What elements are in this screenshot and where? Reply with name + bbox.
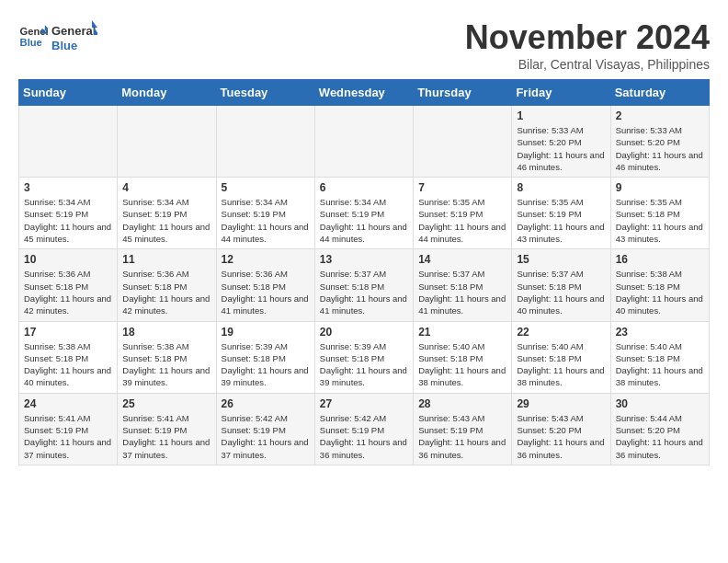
calendar-cell: 14Sunrise: 5:37 AMSunset: 5:18 PMDayligh… xyxy=(414,249,512,321)
calendar-week-row: 1Sunrise: 5:33 AMSunset: 5:20 PMDaylight… xyxy=(19,106,710,178)
day-number: 8 xyxy=(517,181,605,194)
calendar-cell: 19Sunrise: 5:39 AMSunset: 5:18 PMDayligh… xyxy=(216,321,314,393)
calendar-cell: 27Sunrise: 5:42 AMSunset: 5:19 PMDayligh… xyxy=(314,393,413,465)
day-number: 21 xyxy=(418,326,506,339)
day-number: 11 xyxy=(122,253,210,266)
day-number: 24 xyxy=(24,397,112,410)
calendar-cell xyxy=(216,106,314,178)
day-number: 26 xyxy=(222,397,310,410)
day-info: Sunrise: 5:42 AMSunset: 5:19 PMDaylight:… xyxy=(222,412,310,461)
calendar-cell: 20Sunrise: 5:39 AMSunset: 5:18 PMDayligh… xyxy=(314,321,413,393)
day-info: Sunrise: 5:34 AMSunset: 5:19 PMDaylight:… xyxy=(122,196,210,245)
calendar-cell: 22Sunrise: 5:40 AMSunset: 5:18 PMDayligh… xyxy=(512,321,610,393)
day-number: 22 xyxy=(517,326,605,339)
weekday-header-saturday: Saturday xyxy=(610,80,709,106)
day-info: Sunrise: 5:43 AMSunset: 5:20 PMDaylight:… xyxy=(517,412,605,461)
calendar-cell: 3Sunrise: 5:34 AMSunset: 5:19 PMDaylight… xyxy=(19,178,118,249)
day-number: 2 xyxy=(616,109,704,122)
calendar-cell: 24Sunrise: 5:41 AMSunset: 5:19 PMDayligh… xyxy=(19,393,118,465)
day-info: Sunrise: 5:43 AMSunset: 5:19 PMDaylight:… xyxy=(418,412,506,461)
calendar-cell: 29Sunrise: 5:43 AMSunset: 5:20 PMDayligh… xyxy=(512,393,610,465)
calendar-cell xyxy=(414,106,512,178)
calendar-week-row: 24Sunrise: 5:41 AMSunset: 5:19 PMDayligh… xyxy=(19,393,710,465)
month-title: November 2024 xyxy=(465,18,710,57)
calendar-cell: 4Sunrise: 5:34 AMSunset: 5:19 PMDaylight… xyxy=(118,178,216,249)
weekday-header-monday: Monday xyxy=(118,80,216,106)
weekday-header-friday: Friday xyxy=(512,80,610,106)
svg-text:General: General xyxy=(51,24,96,38)
day-number: 29 xyxy=(517,397,605,410)
page-header: General Blue General Blue November 2024 … xyxy=(18,18,710,72)
svg-text:Blue: Blue xyxy=(20,37,42,48)
calendar-cell: 17Sunrise: 5:38 AMSunset: 5:18 PMDayligh… xyxy=(19,321,118,393)
day-number: 28 xyxy=(418,397,506,410)
calendar-cell: 16Sunrise: 5:38 AMSunset: 5:18 PMDayligh… xyxy=(610,249,709,321)
svg-marker-6 xyxy=(92,20,97,28)
day-info: Sunrise: 5:35 AMSunset: 5:19 PMDaylight:… xyxy=(418,196,506,245)
day-number: 17 xyxy=(24,326,112,339)
weekday-header-tuesday: Tuesday xyxy=(216,80,314,106)
calendar-cell: 2Sunrise: 5:33 AMSunset: 5:20 PMDaylight… xyxy=(610,106,709,178)
day-info: Sunrise: 5:40 AMSunset: 5:18 PMDaylight:… xyxy=(616,340,704,389)
day-number: 9 xyxy=(616,181,704,194)
day-info: Sunrise: 5:41 AMSunset: 5:19 PMDaylight:… xyxy=(24,412,112,461)
calendar-cell: 1Sunrise: 5:33 AMSunset: 5:20 PMDaylight… xyxy=(512,106,610,178)
day-info: Sunrise: 5:42 AMSunset: 5:19 PMDaylight:… xyxy=(320,412,408,461)
day-number: 10 xyxy=(24,253,112,266)
calendar-cell xyxy=(118,106,216,178)
weekday-header-sunday: Sunday xyxy=(19,80,118,106)
calendar-cell: 6Sunrise: 5:34 AMSunset: 5:19 PMDaylight… xyxy=(314,178,413,249)
calendar-cell: 25Sunrise: 5:41 AMSunset: 5:19 PMDayligh… xyxy=(118,393,216,465)
day-info: Sunrise: 5:38 AMSunset: 5:18 PMDaylight:… xyxy=(24,340,112,389)
calendar-cell: 10Sunrise: 5:36 AMSunset: 5:18 PMDayligh… xyxy=(19,249,118,321)
day-info: Sunrise: 5:38 AMSunset: 5:18 PMDaylight:… xyxy=(122,340,210,389)
day-info: Sunrise: 5:39 AMSunset: 5:18 PMDaylight:… xyxy=(320,340,408,389)
day-info: Sunrise: 5:34 AMSunset: 5:19 PMDaylight:… xyxy=(222,196,310,245)
calendar-cell: 7Sunrise: 5:35 AMSunset: 5:19 PMDaylight… xyxy=(414,178,512,249)
day-info: Sunrise: 5:38 AMSunset: 5:18 PMDaylight:… xyxy=(616,268,704,316)
weekday-header-row: SundayMondayTuesdayWednesdayThursdayFrid… xyxy=(19,80,710,106)
calendar-cell: 30Sunrise: 5:44 AMSunset: 5:20 PMDayligh… xyxy=(610,393,709,465)
day-info: Sunrise: 5:35 AMSunset: 5:19 PMDaylight:… xyxy=(517,196,605,245)
day-number: 27 xyxy=(320,397,408,410)
day-number: 4 xyxy=(122,181,210,194)
day-number: 12 xyxy=(222,253,310,266)
weekday-header-thursday: Thursday xyxy=(414,80,512,106)
day-info: Sunrise: 5:41 AMSunset: 5:19 PMDaylight:… xyxy=(122,412,210,461)
day-number: 1 xyxy=(517,109,605,122)
day-number: 25 xyxy=(122,397,210,410)
logo-icon: General Blue xyxy=(18,22,48,52)
day-info: Sunrise: 5:40 AMSunset: 5:18 PMDaylight:… xyxy=(517,340,605,389)
calendar-cell: 15Sunrise: 5:37 AMSunset: 5:18 PMDayligh… xyxy=(512,249,610,321)
day-number: 7 xyxy=(418,181,506,194)
calendar-cell: 9Sunrise: 5:35 AMSunset: 5:18 PMDaylight… xyxy=(610,178,709,249)
day-info: Sunrise: 5:37 AMSunset: 5:18 PMDaylight:… xyxy=(418,268,506,316)
day-info: Sunrise: 5:37 AMSunset: 5:18 PMDaylight:… xyxy=(320,268,408,316)
logo-graphic: General Blue xyxy=(51,18,97,55)
day-info: Sunrise: 5:35 AMSunset: 5:18 PMDaylight:… xyxy=(616,196,704,245)
calendar-cell: 28Sunrise: 5:43 AMSunset: 5:19 PMDayligh… xyxy=(414,393,512,465)
day-number: 16 xyxy=(616,253,704,266)
calendar-week-row: 10Sunrise: 5:36 AMSunset: 5:18 PMDayligh… xyxy=(19,249,710,321)
day-number: 6 xyxy=(320,181,408,194)
day-info: Sunrise: 5:34 AMSunset: 5:19 PMDaylight:… xyxy=(320,196,408,245)
calendar-cell: 18Sunrise: 5:38 AMSunset: 5:18 PMDayligh… xyxy=(118,321,216,393)
day-info: Sunrise: 5:44 AMSunset: 5:20 PMDaylight:… xyxy=(616,412,704,461)
calendar-cell: 11Sunrise: 5:36 AMSunset: 5:18 PMDayligh… xyxy=(118,249,216,321)
day-info: Sunrise: 5:33 AMSunset: 5:20 PMDaylight:… xyxy=(616,124,704,173)
calendar-week-row: 17Sunrise: 5:38 AMSunset: 5:18 PMDayligh… xyxy=(19,321,710,393)
calendar-cell: 13Sunrise: 5:37 AMSunset: 5:18 PMDayligh… xyxy=(314,249,413,321)
location-subtitle: Bilar, Central Visayas, Philippines xyxy=(465,57,710,72)
day-info: Sunrise: 5:34 AMSunset: 5:19 PMDaylight:… xyxy=(24,196,112,245)
logo: General Blue General Blue xyxy=(18,18,97,55)
day-number: 3 xyxy=(24,181,112,194)
calendar-cell: 23Sunrise: 5:40 AMSunset: 5:18 PMDayligh… xyxy=(610,321,709,393)
calendar-cell: 8Sunrise: 5:35 AMSunset: 5:19 PMDaylight… xyxy=(512,178,610,249)
calendar-cell: 21Sunrise: 5:40 AMSunset: 5:18 PMDayligh… xyxy=(414,321,512,393)
day-info: Sunrise: 5:37 AMSunset: 5:18 PMDaylight:… xyxy=(517,268,605,316)
calendar-cell: 26Sunrise: 5:42 AMSunset: 5:19 PMDayligh… xyxy=(216,393,314,465)
calendar-week-row: 3Sunrise: 5:34 AMSunset: 5:19 PMDaylight… xyxy=(19,178,710,249)
day-number: 5 xyxy=(222,181,310,194)
day-info: Sunrise: 5:40 AMSunset: 5:18 PMDaylight:… xyxy=(418,340,506,389)
day-info: Sunrise: 5:39 AMSunset: 5:18 PMDaylight:… xyxy=(222,340,310,389)
